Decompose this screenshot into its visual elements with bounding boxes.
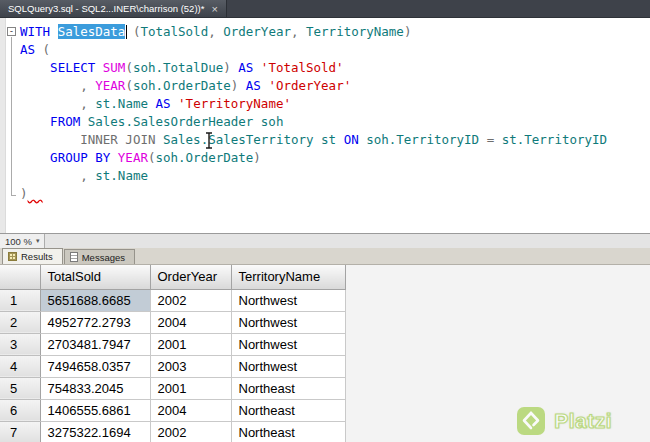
grid-cell[interactable]: Northwest xyxy=(231,333,345,355)
fold-collapse-icon[interactable]: - xyxy=(7,27,16,36)
code-token: ) xyxy=(253,150,261,165)
row-number[interactable]: 3 xyxy=(0,333,40,355)
code-token: soh.TotalDue xyxy=(133,60,223,75)
code-token: 'TerritoryName' xyxy=(178,96,291,111)
code-area[interactable]: WITH SalesData (TotalSold, OrderYear, Te… xyxy=(20,23,607,203)
table-row: 4 7494658.0357 2003 Northwest xyxy=(0,355,360,377)
code-token: st.Name xyxy=(95,168,148,183)
code-token: Sales.SalesTerritory st xyxy=(163,132,344,147)
table-row: 5 754833.2045 2001 Northeast xyxy=(0,377,360,399)
code-token: AS xyxy=(238,60,261,75)
code-token xyxy=(20,132,80,147)
fold-region-line xyxy=(11,37,12,195)
tab-results[interactable]: Results xyxy=(2,248,63,264)
table-row: 1 5651688.6685 2002 Northwest xyxy=(0,289,360,311)
code-token: st.TerritoryID xyxy=(502,132,607,147)
code-token: , xyxy=(80,168,95,183)
tab-messages[interactable]: Messages xyxy=(64,249,135,264)
code-token: ON xyxy=(344,132,367,147)
col-header-totalsold[interactable]: TotalSold xyxy=(40,265,150,289)
code-token: AS xyxy=(246,78,269,93)
code-line[interactable]: , st.Name AS 'TerritoryName' xyxy=(20,95,607,113)
grid-cell[interactable]: Northwest xyxy=(231,289,345,311)
grid-cell[interactable]: 2703481.7947 xyxy=(40,333,150,355)
document-tab-bar: SQLQuery3.sql - SQL2...INER\charrison (5… xyxy=(0,0,650,18)
code-line[interactable]: INNER JOIN Sales.SalesTerritory st ON so… xyxy=(20,131,607,149)
code-token: ) xyxy=(404,24,412,39)
editor-indicator-margin xyxy=(0,18,6,233)
row-number[interactable]: 7 xyxy=(0,421,40,442)
grid-cell[interactable]: 2004 xyxy=(150,311,231,333)
code-token: AS xyxy=(156,96,179,111)
code-token: YEAR xyxy=(95,78,125,93)
grid-cell[interactable]: 7494658.0357 xyxy=(40,355,150,377)
grid-cell[interactable]: Northeast xyxy=(231,399,345,421)
code-token: TerritoryName xyxy=(306,24,404,39)
grid-cell[interactable]: Northwest xyxy=(231,311,345,333)
code-token xyxy=(20,150,50,165)
results-pane: TotalSold OrderYear TerritoryName 1 5651… xyxy=(0,265,650,442)
grid-cell[interactable]: Northeast xyxy=(231,421,345,442)
row-number[interactable]: 2 xyxy=(0,311,40,333)
row-number[interactable]: 1 xyxy=(0,289,40,311)
code-line[interactable]: SELECT SUM(soh.TotalDue) AS 'TotalSold' xyxy=(20,59,607,77)
tab-close-icon[interactable]: × xyxy=(211,4,217,14)
editor-bottom-bar: 100 % ▾ xyxy=(0,233,650,248)
tab-messages-label: Messages xyxy=(82,252,125,263)
code-token: , xyxy=(80,78,95,93)
code-token: FROM xyxy=(50,114,88,129)
grid-cell[interactable]: 2002 xyxy=(150,289,231,311)
col-header-territoryname[interactable]: TerritoryName xyxy=(231,265,345,289)
code-token: INNER JOIN xyxy=(80,132,163,147)
code-token: TotalSold xyxy=(140,24,208,39)
code-line[interactable]: WITH SalesData (TotalSold, OrderYear, Te… xyxy=(20,23,607,41)
sql-editor[interactable]: - WITH SalesData (TotalSold, OrderYear, … xyxy=(0,18,650,233)
grid-cell[interactable]: 5651688.6685 xyxy=(40,289,150,311)
code-token xyxy=(20,168,80,183)
code-token: YEAR xyxy=(118,150,148,165)
code-line[interactable]: , st.Name xyxy=(20,167,607,185)
code-line[interactable]: , YEAR(soh.OrderDate) AS 'OrderYear' xyxy=(20,77,607,95)
code-token: ( xyxy=(125,78,133,93)
horizontal-scrollbar[interactable] xyxy=(45,234,650,248)
grid-cell[interactable]: Northeast xyxy=(231,377,345,399)
grid-cell[interactable]: 3275322.1694 xyxy=(40,421,150,442)
grid-cell[interactable]: Northwest xyxy=(231,355,345,377)
grid-cell[interactable]: 4952772.2793 xyxy=(40,311,150,333)
code-token: 'OrderYear' xyxy=(268,78,351,93)
row-number[interactable]: 6 xyxy=(0,399,40,421)
table-row: 3 2703481.7947 2001 Northwest xyxy=(0,333,360,355)
grid-cell[interactable]: 2002 xyxy=(150,421,231,442)
grid-cell[interactable]: 2003 xyxy=(150,355,231,377)
code-token: = xyxy=(487,132,502,147)
zoom-control[interactable]: 100 % ▾ xyxy=(0,234,45,248)
code-token: GROUP BY xyxy=(50,150,118,165)
row-number[interactable]: 4 xyxy=(0,355,40,377)
code-token xyxy=(20,96,80,111)
col-header-orderyear[interactable]: OrderYear xyxy=(150,265,231,289)
code-token xyxy=(20,114,50,129)
grid-cell[interactable]: 2001 xyxy=(150,377,231,399)
table-row: 7 3275322.1694 2002 Northeast xyxy=(0,421,360,442)
grid-cell[interactable]: 2004 xyxy=(150,399,231,421)
grid-corner[interactable] xyxy=(0,265,40,289)
grid-cell[interactable]: 754833.2045 xyxy=(40,377,150,399)
code-token: st.Name xyxy=(95,96,155,111)
messages-icon xyxy=(70,252,78,262)
tab-results-label: Results xyxy=(21,251,53,262)
row-number[interactable]: 5 xyxy=(0,377,40,399)
code-token: ( xyxy=(43,42,51,57)
code-line[interactable]: AS ( xyxy=(20,41,607,59)
code-token: 'TotalSold' xyxy=(261,60,344,75)
code-token: , xyxy=(80,96,95,111)
code-line[interactable]: ) xyxy=(20,185,607,203)
document-tab[interactable]: SQLQuery3.sql - SQL2...INER\charrison (5… xyxy=(0,0,227,17)
mouse-ibeam-cursor xyxy=(204,132,214,149)
zoom-value: 100 % xyxy=(5,236,32,247)
code-line[interactable]: FROM Sales.SalesOrderHeader soh xyxy=(20,113,607,131)
code-token: SUM xyxy=(103,60,126,75)
document-tab-title: SQLQuery3.sql - SQL2...INER\charrison (5… xyxy=(8,3,204,14)
grid-cell[interactable]: 1406555.6861 xyxy=(40,399,150,421)
code-line[interactable]: GROUP BY YEAR(soh.OrderDate) xyxy=(20,149,607,167)
grid-cell[interactable]: 2001 xyxy=(150,333,231,355)
